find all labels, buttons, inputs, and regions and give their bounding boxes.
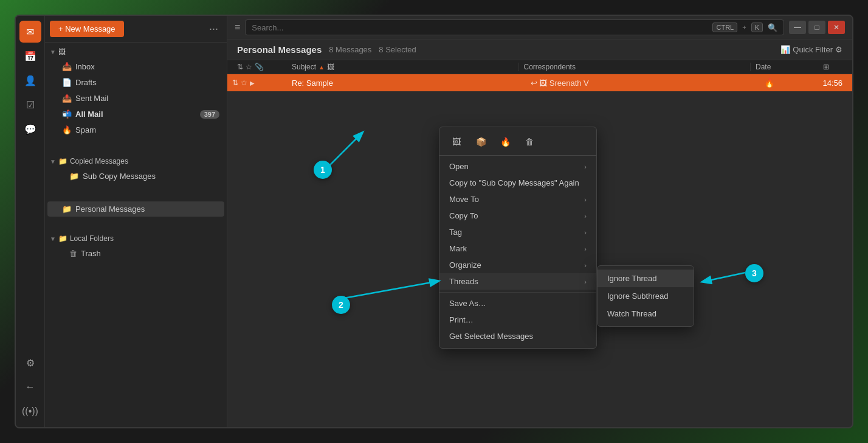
ctx-archive-icon[interactable]: 📦 xyxy=(471,133,491,150)
ctx-copy-to[interactable]: Copy To › xyxy=(439,208,596,224)
ctx-print[interactable]: Print… xyxy=(439,312,596,328)
sidebar-item-trash[interactable]: 🗑 Trash xyxy=(47,246,224,261)
minimize-button[interactable]: — xyxy=(789,21,806,34)
close-button[interactable]: ✕ xyxy=(828,21,845,34)
copied-folder-icon: 📁 xyxy=(58,157,67,166)
message-count: 8 Messages xyxy=(329,45,371,54)
correspondents-label: Correspondents xyxy=(524,63,576,71)
ctx-separator xyxy=(439,292,596,293)
col-subject[interactable]: Subject ▲ 🖼 xyxy=(287,63,518,71)
filter-pipe-icon: 📊 xyxy=(780,45,790,54)
account-group-header[interactable]: ▼ 🖼 xyxy=(45,45,227,58)
ctx-icon-row: 🖼 📦 🔥 🗑 xyxy=(439,131,596,156)
ctx-image-icon[interactable]: 🖼 xyxy=(447,133,466,150)
ctx-trash-icon[interactable]: 🗑 xyxy=(520,133,539,150)
settings-icon[interactable]: ⚙ xyxy=(19,352,41,374)
local-folders-group: ▼ 📁 Local Folders 🗑 Trash xyxy=(45,232,227,261)
filter-settings-icon: ⚙ xyxy=(835,45,842,54)
ctx-print-label: Print… xyxy=(449,315,474,324)
message-list-header: Personal Messages 8 Messages 8 Selected … xyxy=(227,40,852,60)
search-kbd-ctrl: CTRL xyxy=(712,23,737,32)
hamburger-button[interactable]: ≡ xyxy=(235,22,240,33)
chat-icon[interactable]: 💬 xyxy=(19,118,41,140)
ctx-open-label: Open xyxy=(449,162,469,171)
inbox-label: Inbox xyxy=(75,62,219,71)
column-headers: ⇅ ☆ 📎 Subject ▲ 🖼 Correspondents Date ⊞ xyxy=(227,60,852,74)
message-row[interactable]: ⇅ ☆ ▶ Re: Sample ↩ 🖼 Sreenath V 🔥 14:56 xyxy=(227,74,852,91)
copied-messages-group: ▼ 📁 Copied Messages 📁 Sub Copy Messages xyxy=(45,155,227,184)
selected-count: 8 Selected xyxy=(379,45,416,54)
ctx-open-arrow: › xyxy=(584,163,587,170)
drafts-label: Drafts xyxy=(75,78,219,87)
ctx-get-selected[interactable]: Get Selected Messages xyxy=(439,328,596,344)
ctx-copy-again[interactable]: Copy to "Sub Copy Messages" Again xyxy=(439,175,596,191)
ctx-threads[interactable]: Threads › xyxy=(439,273,596,290)
mail-icon[interactable]: ✉ xyxy=(19,21,41,43)
maximize-button[interactable]: □ xyxy=(808,21,825,34)
row-thread-icon: ⇅ xyxy=(232,78,238,87)
subcopy-icon: 📁 xyxy=(69,172,79,181)
col-grid-icon: ⊞ xyxy=(823,63,829,71)
folder-toolbar: + New Message ··· xyxy=(45,16,227,43)
new-message-button[interactable]: + New Message xyxy=(50,21,124,37)
sent-label: Sent Mail xyxy=(75,94,219,103)
row-icons: ⇅ ☆ ▶ xyxy=(232,78,287,87)
sidebar-item-subcopy[interactable]: 📁 Sub Copy Messages xyxy=(47,169,224,184)
collapse-icon-3: ▼ xyxy=(50,235,56,242)
allmail-icon: 📬 xyxy=(62,110,72,119)
folder-more-button[interactable]: ··· xyxy=(205,21,222,37)
account-group: ▼ 🖼 📥 Inbox 📄 Drafts 📤 Sent Mail xyxy=(45,45,227,138)
search-placeholder: Search... xyxy=(252,23,708,32)
submenu-watch-thread[interactable]: Watch Thread xyxy=(598,305,694,323)
ctx-organize-label: Organize xyxy=(449,260,481,270)
col-icon-area: ⇅ ☆ 📎 xyxy=(232,63,287,71)
row-correspondent: Sreenath V xyxy=(549,78,589,88)
search-magnifier-icon[interactable]: 🔍 xyxy=(768,23,777,32)
sidebar-item-allmail[interactable]: 📬 All Mail 397 xyxy=(47,106,224,122)
ctx-move-to-label: Move To xyxy=(449,195,479,204)
col-correspondents[interactable]: Correspondents xyxy=(518,63,751,71)
wifi-icon[interactable]: ((•)) xyxy=(19,400,41,422)
collapse-icon-2: ▼ xyxy=(50,158,56,165)
calendar-icon[interactable]: 📅 xyxy=(19,45,41,67)
local-folders-header[interactable]: ▼ 📁 Local Folders xyxy=(45,232,227,245)
ctx-copy-again-label: Copy to "Sub Copy Messages" Again xyxy=(449,178,579,187)
col-star-icon: ☆ xyxy=(246,63,252,71)
tasks-icon[interactable]: ☑ xyxy=(19,94,41,116)
quick-filter-label: Quick Filter xyxy=(793,45,833,54)
col-thread-icon: ⇅ xyxy=(237,63,243,71)
quick-filter-button[interactable]: 📊 Quick Filter ⚙ xyxy=(780,45,842,54)
sidebar-item-inbox[interactable]: 📥 Inbox xyxy=(47,59,224,74)
spam-icon: 🔥 xyxy=(62,125,72,134)
ctx-mark[interactable]: Mark › xyxy=(439,240,596,257)
contacts-icon[interactable]: 👤 xyxy=(19,69,41,91)
submenu-ignore-subthread[interactable]: Ignore Subthread xyxy=(598,287,694,305)
row-date: 14:56 xyxy=(774,78,847,88)
sidebar-item-spam[interactable]: 🔥 Spam xyxy=(47,122,224,138)
sidebar-item-personal[interactable]: 📁 Personal Messages xyxy=(47,201,224,217)
ctx-organize[interactable]: Organize › xyxy=(439,257,596,273)
ctx-copy-arrow: › xyxy=(584,212,587,220)
ctx-flag-icon[interactable]: 🔥 xyxy=(495,133,515,150)
inbox-icon: 📥 xyxy=(62,62,72,71)
copied-messages-header[interactable]: ▼ 📁 Copied Messages xyxy=(45,155,227,168)
ctx-open[interactable]: Open › xyxy=(439,158,596,175)
col-date[interactable]: Date xyxy=(750,63,823,71)
ctx-save-as[interactable]: Save As… xyxy=(439,295,596,312)
ctx-move-to[interactable]: Move To › xyxy=(439,191,596,208)
ctx-tag[interactable]: Tag › xyxy=(439,224,596,240)
ctx-move-arrow: › xyxy=(584,196,587,203)
spam-label: Spam xyxy=(75,125,219,134)
search-kbd-k: K xyxy=(751,23,763,32)
allmail-label: All Mail xyxy=(75,110,196,119)
sidebar-item-sent[interactable]: 📤 Sent Mail xyxy=(47,91,224,106)
copied-messages-label: Copied Messages xyxy=(70,157,128,166)
submenu-ignore-thread[interactable]: Ignore Thread xyxy=(598,270,694,287)
back-icon[interactable]: ← xyxy=(19,376,41,398)
ctx-mark-label: Mark xyxy=(449,244,467,253)
row-expand-icon[interactable]: ▶ xyxy=(250,80,255,86)
account-icon: 🖼 xyxy=(58,47,66,56)
sidebar-item-drafts[interactable]: 📄 Drafts xyxy=(47,75,224,90)
ctx-save-label: Save As… xyxy=(449,299,486,308)
sent-icon: 📤 xyxy=(62,94,72,103)
